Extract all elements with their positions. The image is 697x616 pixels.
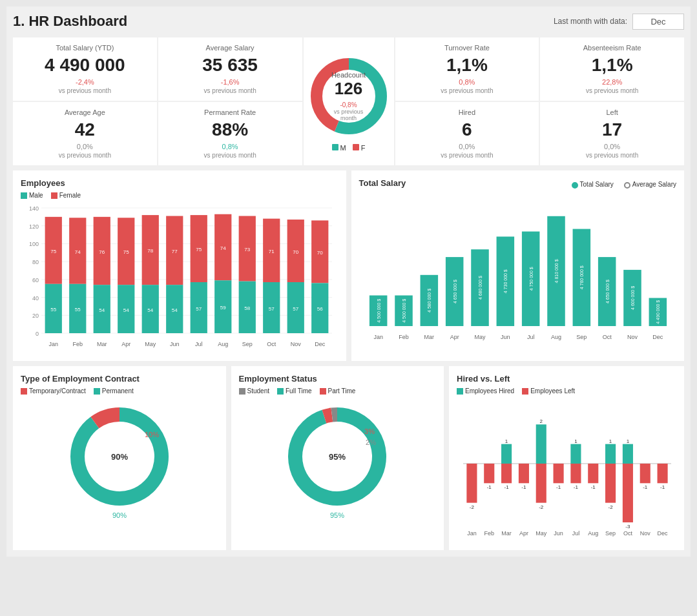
kpi-left-prev: vs previous month — [549, 152, 675, 159]
kpi-absenteeism-change: 22,8% — [549, 78, 675, 86]
svg-rect-125 — [484, 464, 494, 483]
svg-text:-2: -2 — [539, 504, 544, 510]
kpi-hired-title: Hired — [404, 108, 530, 116]
headcount-value: 126 — [326, 79, 371, 99]
svg-text:120: 120 — [29, 223, 39, 230]
svg-text:Aug: Aug — [218, 341, 228, 347]
hired-vs-left-title: Hired vs. Left — [457, 374, 676, 384]
svg-text:74: 74 — [220, 245, 226, 251]
svg-text:73: 73 — [244, 247, 250, 252]
kpi-avg-salary-change: -1,6% — [167, 78, 293, 86]
svg-text:-1: -1 — [643, 485, 648, 491]
contract-legend-perm: Permanent — [94, 387, 134, 395]
svg-rect-157 — [623, 444, 633, 464]
kpi-avg-age-value: 42 — [22, 120, 148, 140]
total-salary-chart: Total Salary Total Salary Average Salary… — [351, 170, 685, 361]
svg-rect-152 — [605, 444, 616, 464]
hvl-legend-hired: Employees Hired — [457, 387, 514, 395]
svg-text:55: 55 — [50, 307, 56, 313]
kpi-turnover-title: Turnover Rate — [404, 44, 530, 52]
charts-row-2: Type of Employment Contract Temporary/Co… — [13, 366, 684, 550]
svg-text:Oct: Oct — [267, 341, 276, 347]
svg-text:May: May — [536, 530, 547, 537]
svg-text:57: 57 — [293, 305, 298, 311]
employees-svg: 0204060801001201407555Jan7455Feb7654Mar7… — [21, 203, 338, 353]
kpi-left: Left 17 0,0% vs previous month — [540, 102, 684, 165]
svg-text:59: 59 — [220, 305, 226, 311]
salary-svg: 4 500 000 $Jan4 500 000 $Feb4 580 000 $M… — [359, 196, 677, 346]
svg-text:4 650 000 $: 4 650 000 $ — [452, 280, 457, 303]
svg-text:1: 1 — [505, 438, 508, 444]
hired-vs-left-chart: Hired vs. Left Employees Hired Employees… — [449, 366, 684, 550]
status-donut: 95%95%3%2% — [239, 398, 437, 521]
svg-text:Jan: Jan — [373, 334, 383, 340]
svg-text:4 580 000 $: 4 580 000 $ — [427, 288, 432, 312]
svg-text:-1: -1 — [505, 485, 510, 491]
svg-text:4 680 000 $: 4 680 000 $ — [478, 276, 483, 300]
svg-rect-146 — [570, 464, 581, 483]
svg-text:May: May — [474, 334, 486, 340]
svg-text:Nov: Nov — [640, 530, 651, 537]
svg-rect-162 — [640, 464, 650, 483]
kpi-hired-value: 6 — [404, 120, 530, 140]
headcount-donut: Headcount 126 -0,8% vs previous month — [304, 51, 394, 141]
svg-text:Sep: Sep — [242, 341, 253, 347]
svg-text:4 650 000 $: 4 650 000 $ — [605, 280, 609, 303]
svg-text:60: 60 — [32, 277, 39, 283]
svg-text:-1: -1 — [591, 485, 596, 491]
hired-vs-left-legend: Employees Hired Employees Left — [457, 387, 676, 395]
svg-text:56: 56 — [317, 306, 323, 312]
total-salary-legend: Total Salary Average Salary — [572, 181, 676, 188]
svg-text:Mar: Mar — [501, 530, 512, 537]
employees-legend-female: Female — [51, 192, 81, 199]
ts-legend-total: Total Salary — [572, 181, 614, 188]
svg-text:1: 1 — [609, 438, 612, 444]
kpi-total-salary-value: 4 490 000 — [22, 56, 148, 76]
svg-text:Jun: Jun — [501, 334, 510, 340]
kpi-absenteeism: Absenteeism Rate 1,1% 22,8% vs previous … — [540, 37, 684, 101]
svg-text:75: 75 — [50, 249, 56, 254]
svg-text:20: 20 — [32, 313, 39, 319]
charts-row-1: Employees Male Female 020406080100120140… — [13, 170, 684, 361]
employees-chart: Employees Male Female 020406080100120140… — [13, 170, 346, 361]
headcount-center: Headcount 126 -0,8% vs previous month — [326, 71, 371, 121]
svg-text:4 500 000 $: 4 500 000 $ — [376, 298, 380, 322]
svg-text:Jul: Jul — [195, 341, 203, 347]
svg-text:57: 57 — [196, 305, 202, 311]
svg-text:10%: 10% — [145, 431, 159, 438]
kpi-perm-rate-prev: vs previous month — [167, 152, 293, 159]
employees-chart-title: Employees — [21, 178, 338, 188]
svg-rect-136 — [536, 425, 546, 464]
svg-text:Apr: Apr — [450, 334, 459, 340]
svg-text:Jul: Jul — [526, 334, 534, 340]
legend-male: M — [332, 144, 346, 152]
svg-text:95%: 95% — [329, 452, 346, 462]
svg-text:Feb: Feb — [484, 530, 494, 537]
svg-text:-1: -1 — [574, 485, 579, 491]
status-legend-fulltime: Full Time — [277, 387, 312, 395]
svg-text:-2: -2 — [470, 504, 475, 510]
header-right: Last month with data: Dec — [554, 14, 684, 30]
svg-text:4 760 000 $: 4 760 000 $ — [579, 265, 584, 289]
svg-rect-154 — [605, 464, 616, 503]
svg-text:-2: -2 — [609, 504, 614, 510]
svg-text:May: May — [145, 341, 156, 347]
svg-text:4 500 000 $: 4 500 000 $ — [402, 298, 406, 322]
kpi-hired: Hired 6 0,0% vs previous month — [395, 102, 539, 165]
svg-text:Feb: Feb — [72, 341, 83, 347]
svg-text:Feb: Feb — [399, 334, 409, 340]
svg-text:2: 2 — [540, 419, 543, 425]
kpi-perm-rate-title: Permanent Rate — [167, 108, 293, 116]
headcount-label: Headcount — [326, 71, 371, 79]
hvl-chart: -2Jan-1Feb1-1Mar-1Apr2-2May-1Jun1-1Jul-1… — [457, 398, 676, 542]
svg-text:70: 70 — [293, 249, 298, 254]
kpi-avg-salary-title: Average Salary — [167, 44, 293, 52]
kpi-absenteeism-title: Absenteeism Rate — [549, 44, 675, 52]
kpi-avg-age-change: 0,0% — [22, 143, 148, 150]
kpi-absenteeism-prev: vs previous month — [549, 87, 675, 94]
employment-contract-chart: Type of Employment Contract Temporary/Co… — [13, 366, 226, 550]
svg-rect-130 — [501, 464, 512, 483]
svg-text:80: 80 — [32, 259, 39, 265]
svg-text:Dec: Dec — [652, 334, 663, 340]
svg-text:75: 75 — [196, 247, 202, 252]
